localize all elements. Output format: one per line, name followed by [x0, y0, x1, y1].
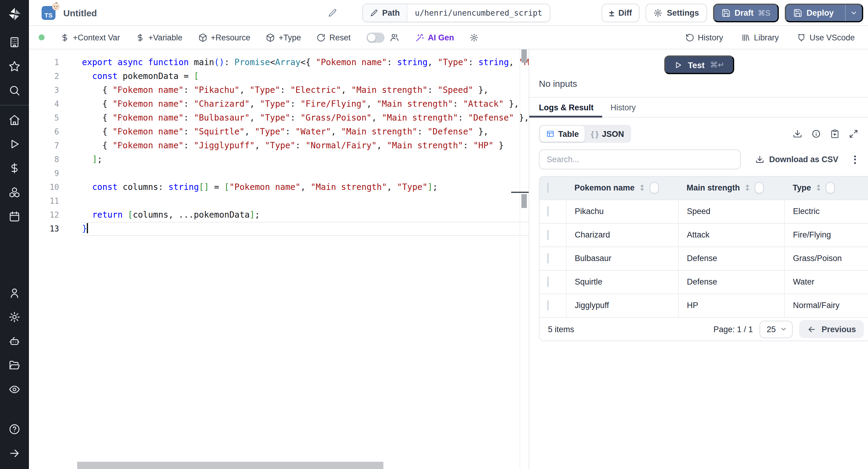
sidebar-collapse-button[interactable]: [0, 441, 29, 465]
multiplayer-toggle[interactable]: [366, 32, 384, 42]
path-group[interactable]: Path u/henri/unencumbered_script: [362, 4, 550, 22]
library-button[interactable]: Library: [741, 33, 779, 42]
topbar: TS Untitled Path u/henri/unencumbered_sc…: [29, 0, 868, 26]
table-row[interactable]: SquirtleDefenseWater: [539, 270, 868, 293]
code-line[interactable]: 5 { "Pokemon name": "Bulbasaur", "Type":…: [29, 111, 529, 125]
search-icon: [8, 84, 21, 96]
cell: Fire/Flying: [784, 223, 868, 247]
add-context-var-button[interactable]: +Context Var: [60, 33, 120, 42]
column-filter-pill[interactable]: [650, 182, 658, 194]
sidebar-item-settings[interactable]: [0, 305, 29, 329]
select-all-checkbox[interactable]: [547, 183, 549, 193]
line-number: 9: [29, 166, 82, 180]
github-cat-icon: [797, 33, 806, 42]
sidebar-item-runs[interactable]: [0, 132, 29, 156]
sidebar-item-audit-logs[interactable]: [0, 377, 29, 402]
sidebar-item-workers[interactable]: [0, 329, 29, 353]
code-line[interactable]: 10 const columns: string[] = ["Pokemon n…: [29, 180, 529, 194]
column-filter-pill[interactable]: [826, 182, 835, 194]
dollar-icon: [60, 33, 69, 42]
sort-icon[interactable]: ↕: [744, 184, 751, 193]
sidebar-item-schedules[interactable]: [0, 205, 29, 228]
kebab-menu-icon[interactable]: [852, 153, 858, 166]
code-line[interactable]: 11: [29, 194, 529, 208]
diff-button[interactable]: ± Diff: [601, 3, 640, 22]
editor-settings-gear[interactable]: [470, 33, 478, 42]
add-resource-button[interactable]: +Resource: [198, 33, 250, 42]
code-line[interactable]: 7 { "Pokemon name": "Jigglypuff", "Type"…: [29, 139, 529, 153]
tab-logs-result[interactable]: Logs & Result: [529, 98, 602, 117]
sidebar-item-users[interactable]: [0, 281, 29, 305]
table-row[interactable]: BulbasaurDefenseGrass/Poison: [539, 247, 868, 270]
cell: HP: [678, 293, 784, 317]
code-line[interactable]: 9: [29, 166, 529, 180]
boxes-icon: [8, 186, 21, 198]
editor-vscrollbar-thumb[interactable]: [521, 50, 527, 63]
code-line[interactable]: 2 const pokemonData = [: [29, 69, 529, 83]
code-line[interactable]: 8 ];: [29, 153, 529, 166]
sidebar-item-workspace[interactable]: [0, 30, 29, 54]
expand-icon[interactable]: [849, 129, 858, 139]
view-toggle-json[interactable]: { } JSON: [585, 126, 630, 142]
code-editor[interactable]: 1export async function main(): Promise<A…: [29, 50, 529, 469]
code-line[interactable]: 3 { "Pokemon name": "Pikachu", "Type": "…: [29, 83, 529, 97]
sidebar-item-search[interactable]: [0, 79, 29, 102]
edit-summary-pencil-icon[interactable]: [328, 8, 337, 18]
sidebar: [0, 0, 29, 469]
download-csv-button[interactable]: Download as CSV: [755, 155, 838, 164]
use-vscode-button[interactable]: Use VScode: [797, 33, 855, 42]
deploy-dropdown[interactable]: [845, 4, 862, 21]
path-label: Path: [363, 4, 408, 22]
table-row[interactable]: PikachuSpeedElectric: [539, 199, 868, 223]
code-line[interactable]: 12 return [columns, ...pokemonData];: [29, 208, 529, 222]
test-button[interactable]: Test ⌘↵: [664, 56, 734, 74]
code-line[interactable]: 13}: [29, 222, 529, 236]
sort-icon[interactable]: ↕: [639, 184, 646, 193]
column-filter-pill[interactable]: [755, 182, 764, 194]
sidebar-item-resources[interactable]: [0, 180, 29, 205]
add-variable-button[interactable]: +Variable: [135, 33, 182, 42]
search-input[interactable]: [539, 150, 741, 169]
previous-page-button[interactable]: Previous: [799, 320, 864, 338]
column-header[interactable]: Type↕: [784, 177, 868, 199]
windmill-logo-icon[interactable]: [7, 6, 22, 22]
page-size-select[interactable]: 25: [760, 320, 793, 338]
sidebar-item-variables[interactable]: [0, 156, 29, 180]
view-toggle-table[interactable]: Table: [540, 126, 585, 142]
row-checkbox[interactable]: [547, 253, 549, 263]
ai-gen-button[interactable]: AI Gen: [415, 33, 454, 42]
column-header[interactable]: Main strength↕: [678, 177, 784, 199]
history-button[interactable]: History: [685, 33, 723, 42]
clipboard-copy-icon[interactable]: [830, 129, 840, 139]
code-line[interactable]: 4 { "Pokemon name": "Charizard", "Type":…: [29, 97, 529, 111]
code-line[interactable]: 1export async function main(): Promise<A…: [29, 56, 529, 69]
sidebar-item-favorites[interactable]: [0, 54, 29, 79]
result-table: Pokemon name↕Main strength↕Type↕ Pikachu…: [539, 177, 868, 317]
code-line[interactable]: 6 { "Pokemon name": "Squirtle", "Type": …: [29, 125, 529, 139]
download-icon[interactable]: [793, 129, 802, 139]
table-row[interactable]: JigglypuffHPNormal/Fairy: [539, 293, 868, 317]
column-header[interactable]: Pokemon name↕: [566, 177, 678, 199]
sidebar-item-help[interactable]: [0, 417, 29, 441]
sidebar-item-home[interactable]: [0, 108, 29, 132]
sort-icon[interactable]: ↕: [815, 184, 822, 193]
cell: Squirtle: [566, 270, 678, 293]
table-row[interactable]: CharizardAttackFire/Flying: [539, 223, 868, 247]
reset-button[interactable]: Reset: [317, 33, 351, 42]
sidebar-item-folders[interactable]: [0, 353, 29, 377]
row-checkbox[interactable]: [547, 301, 549, 311]
draft-button[interactable]: Draft ⌘S: [713, 3, 779, 22]
row-checkbox[interactable]: [547, 230, 549, 240]
baby-emoji-icon: [51, 1, 60, 10]
row-checkbox[interactable]: [547, 277, 549, 287]
deploy-main[interactable]: Deploy: [786, 4, 841, 21]
deploy-button[interactable]: Deploy: [785, 3, 863, 22]
add-type-button[interactable]: +Type: [266, 33, 301, 42]
multiplayer-toggle-group: [366, 32, 399, 42]
settings-button[interactable]: Settings: [646, 3, 707, 22]
tab-history[interactable]: History: [602, 98, 644, 117]
info-icon[interactable]: [811, 129, 821, 139]
path-value: u/henri/unencumbered_script: [408, 4, 550, 22]
row-checkbox[interactable]: [547, 206, 549, 216]
editor-hscrollbar-thumb[interactable]: [77, 462, 383, 469]
